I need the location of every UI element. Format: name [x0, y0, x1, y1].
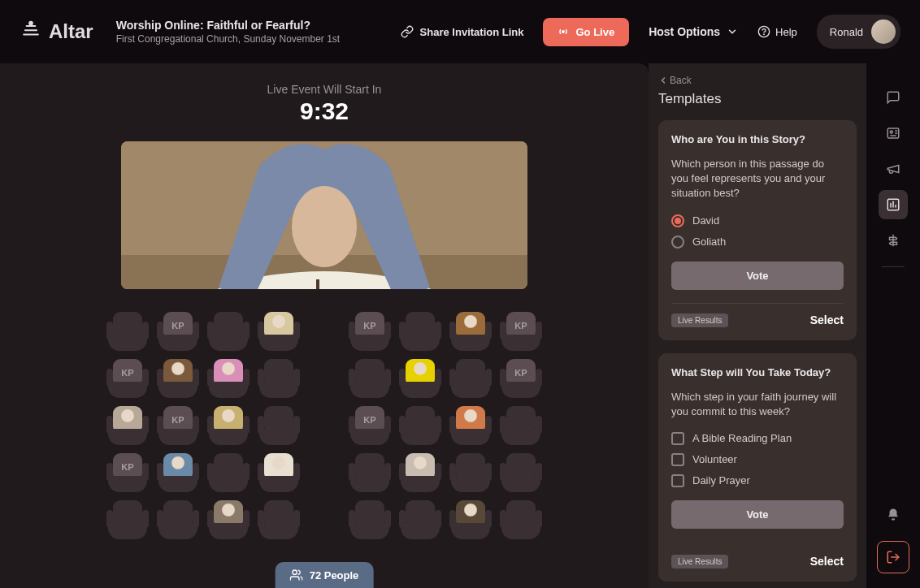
seat[interactable]: KP: [158, 406, 197, 445]
help-link[interactable]: Help: [757, 25, 797, 38]
svg-point-3: [764, 34, 765, 35]
seat[interactable]: KP: [501, 359, 540, 398]
seat[interactable]: [401, 359, 440, 398]
chevron-down-icon: [727, 26, 738, 37]
brand-name: Altar: [49, 20, 93, 43]
user-menu[interactable]: Ronald: [817, 15, 900, 49]
exit-icon: [886, 550, 900, 564]
vote-button[interactable]: Vote: [671, 262, 844, 290]
radio-option[interactable]: David: [671, 214, 844, 227]
seat-grid: KPKPKPKPKPKPKPKP: [108, 312, 540, 588]
select-button[interactable]: Select: [810, 313, 844, 326]
share-invitation-link[interactable]: Share Invitation Link: [401, 25, 524, 38]
svg-point-8: [292, 186, 357, 267]
seat[interactable]: [259, 312, 298, 351]
seat[interactable]: [108, 500, 147, 539]
checkbox-option[interactable]: Daily Prayer: [671, 474, 844, 487]
seat[interactable]: [451, 500, 490, 539]
seat[interactable]: [401, 500, 440, 539]
seat[interactable]: [259, 406, 298, 445]
seat[interactable]: [501, 500, 540, 539]
people-count-label: 72 People: [310, 569, 359, 582]
svg-point-0: [29, 22, 33, 25]
option-label: David: [692, 214, 719, 227]
vote-button[interactable]: Vote: [671, 500, 844, 529]
seat[interactable]: [259, 453, 298, 492]
seat[interactable]: KP: [108, 453, 147, 492]
select-button[interactable]: Select: [810, 555, 844, 568]
radio-icon: [671, 214, 684, 227]
header: Altar Worship Online: Faithful or Fearfu…: [0, 0, 920, 63]
seat[interactable]: KP: [350, 406, 389, 445]
seat[interactable]: [158, 500, 197, 539]
seat[interactable]: [451, 359, 490, 398]
chat-tab[interactable]: [879, 83, 908, 112]
broadcast-icon: [558, 26, 569, 37]
user-name: Ronald: [830, 26, 863, 38]
id-card-icon: [886, 126, 900, 141]
host-options-dropdown[interactable]: Host Options: [649, 25, 738, 38]
seat[interactable]: KP: [158, 312, 197, 351]
option-label: Daily Prayer: [692, 474, 750, 486]
people-count-badge[interactable]: 72 People: [276, 562, 374, 588]
seat[interactable]: [350, 453, 389, 492]
altar-icon: [20, 20, 42, 43]
live-results-badge: Live Results: [671, 555, 728, 569]
seat[interactable]: [158, 359, 197, 398]
seat[interactable]: KP: [108, 359, 147, 398]
notifications-button[interactable]: [879, 500, 908, 530]
back-label: Back: [670, 75, 692, 86]
seat[interactable]: [451, 312, 490, 351]
help-label: Help: [775, 26, 797, 38]
go-live-button[interactable]: Go Live: [543, 18, 629, 46]
seat[interactable]: KP: [501, 312, 540, 351]
seat[interactable]: [401, 406, 440, 445]
svg-rect-7: [316, 279, 319, 289]
logo[interactable]: Altar: [20, 20, 93, 43]
countdown-time: 9:32: [300, 97, 349, 125]
chevron-left-icon: [658, 76, 668, 85]
seat[interactable]: [501, 406, 540, 445]
exit-button[interactable]: [877, 541, 909, 573]
seat[interactable]: KP: [350, 312, 389, 351]
seat[interactable]: [209, 359, 248, 398]
seat[interactable]: [401, 312, 440, 351]
svg-point-13: [890, 131, 892, 133]
seat[interactable]: [209, 453, 248, 492]
seat[interactable]: [451, 406, 490, 445]
countdown-label: Live Event Will Start In: [267, 83, 382, 96]
seat[interactable]: [158, 453, 197, 492]
seat[interactable]: [350, 500, 389, 539]
seat[interactable]: [209, 500, 248, 539]
poll-tab[interactable]: [879, 190, 908, 219]
help-icon: [757, 25, 770, 38]
checkbox-option[interactable]: A Bible Reading Plan: [671, 432, 844, 445]
seat[interactable]: [401, 453, 440, 492]
seat[interactable]: [209, 406, 248, 445]
go-live-label: Go Live: [575, 26, 614, 38]
seat[interactable]: [209, 312, 248, 351]
seat[interactable]: [259, 359, 298, 398]
guide-tab[interactable]: [879, 226, 908, 255]
checkbox-icon: [671, 474, 684, 487]
video-preview[interactable]: [121, 141, 527, 289]
seat[interactable]: [259, 500, 298, 539]
option-label: Volunteer: [692, 453, 737, 465]
seat[interactable]: [501, 453, 540, 492]
panel-title: Templates: [658, 91, 857, 107]
announce-tab[interactable]: [879, 154, 908, 184]
seat[interactable]: [451, 453, 490, 492]
checkbox-option[interactable]: Volunteer: [671, 453, 844, 466]
svg-point-1: [562, 31, 564, 32]
checkbox-icon: [671, 432, 684, 445]
signpost-icon: [886, 233, 900, 248]
megaphone-icon: [886, 162, 900, 176]
seat[interactable]: [108, 406, 147, 445]
back-button[interactable]: Back: [658, 75, 857, 86]
chat-icon: [886, 90, 900, 105]
option-label: A Bible Reading Plan: [692, 432, 792, 444]
radio-option[interactable]: Goliath: [671, 236, 844, 249]
profile-tab[interactable]: [879, 119, 908, 148]
seat[interactable]: [350, 359, 389, 398]
seat[interactable]: [108, 312, 147, 351]
